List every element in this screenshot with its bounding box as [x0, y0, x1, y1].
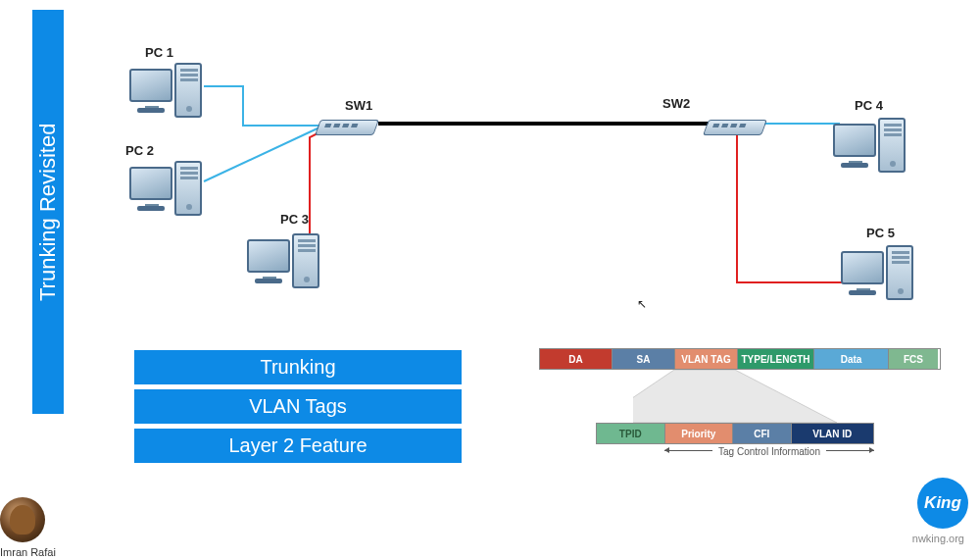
- frame-cell-vlantag: VLAN TAG: [675, 349, 738, 369]
- pc5-label: PC 5: [866, 226, 895, 240]
- ethernet-frame-diagram: DASAVLAN TAGTYPE/LENGTHDataFCS TPIDPrior…: [539, 348, 941, 370]
- cursor-icon: ↖: [637, 297, 647, 311]
- tag-cell-cfi: CFI: [733, 424, 792, 443]
- link-layer: [78, 39, 941, 324]
- bullet-list: Trunking VLAN Tags Layer 2 Feature: [134, 350, 462, 468]
- frame-cell-data: Data: [814, 349, 889, 369]
- svg-marker-1: [633, 370, 837, 423]
- tag-cell-vlanid: VLAN ID: [792, 424, 873, 443]
- sidebar-title: Trunking Revisited: [32, 10, 64, 414]
- pc2-label: PC 2: [125, 143, 154, 158]
- brand-url: nwking.org: [912, 533, 964, 544]
- bullet-trunking: Trunking: [134, 350, 462, 384]
- sw2-label: SW2: [662, 96, 690, 111]
- vlan-tag-row: TPIDPriorityCFIVLAN ID: [596, 423, 874, 444]
- pc2-icon: [129, 159, 206, 224]
- frame-cell-typelength: TYPE/LENGTH: [738, 349, 814, 369]
- sw2-icon: [706, 112, 770, 139]
- frame-cell-sa: SA: [612, 349, 675, 369]
- author-name: Imran Rafai: [0, 546, 56, 558]
- frame-top-row: DASAVLAN TAGTYPE/LENGTHDataFCS: [539, 348, 941, 370]
- tag-cell-priority: Priority: [665, 424, 734, 443]
- expand-lines: [633, 370, 837, 423]
- tag-cell-tpid: TPID: [597, 424, 665, 443]
- pc3-icon: [247, 231, 323, 296]
- pc5-icon: [841, 243, 917, 308]
- pc4-icon: [833, 116, 909, 180]
- frame-cell-fcs: FCS: [889, 349, 938, 369]
- avatar: [0, 497, 45, 542]
- king-logo: King: [917, 478, 968, 529]
- pc1-label: PC 1: [145, 45, 173, 60]
- pc1-icon: [129, 61, 206, 126]
- pc3-label: PC 3: [280, 212, 309, 227]
- network-diagram: PC 1 PC 2 PC 3 SW1 SW2 PC 4 PC 5: [78, 39, 941, 324]
- sw1-label: SW1: [345, 98, 372, 113]
- pc4-label: PC 4: [855, 98, 883, 113]
- tci-label: Tag Control Information: [664, 446, 874, 457]
- bullet-layer2: Layer 2 Feature: [134, 429, 462, 463]
- bullet-vlan-tags: VLAN Tags: [134, 389, 462, 424]
- sw1-icon: [318, 112, 382, 139]
- frame-cell-da: DA: [540, 349, 612, 369]
